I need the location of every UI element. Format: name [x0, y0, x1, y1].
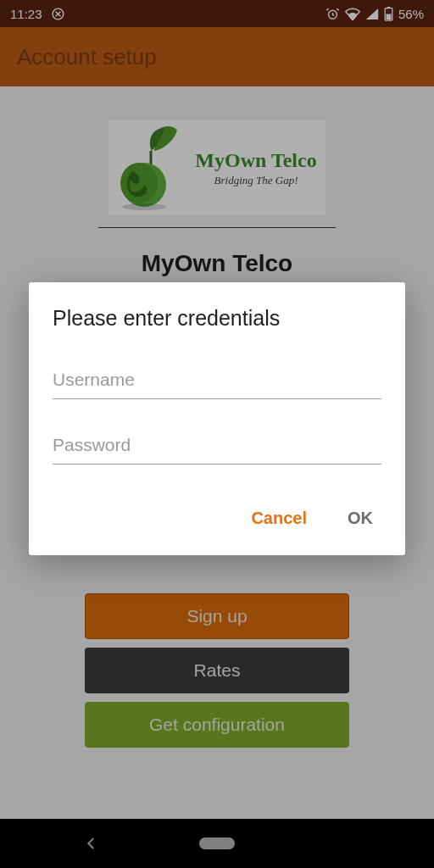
cancel-button[interactable]: Cancel: [246, 502, 312, 535]
dialog-actions: Cancel OK: [53, 497, 381, 547]
username-field[interactable]: [53, 366, 381, 399]
ok-button[interactable]: OK: [342, 502, 378, 535]
credentials-dialog: Please enter credentials Cancel OK: [29, 282, 405, 555]
dialog-title: Please enter credentials: [53, 306, 381, 331]
password-field[interactable]: [53, 431, 381, 465]
